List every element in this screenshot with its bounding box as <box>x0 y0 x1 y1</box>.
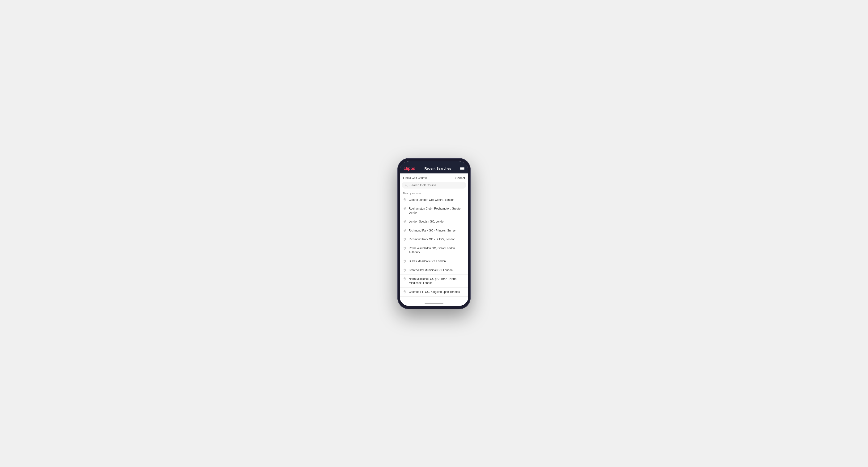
search-icon <box>404 183 408 187</box>
svg-point-8 <box>404 260 405 261</box>
svg-point-10 <box>404 278 405 279</box>
course-list-item[interactable]: Coombe Hill GC, Kingston upon Thames <box>400 288 468 297</box>
location-pin-icon <box>403 277 406 281</box>
course-list-item[interactable]: London Scottish GC, London <box>400 217 468 226</box>
svg-point-9 <box>404 269 405 270</box>
location-pin-icon <box>403 247 406 250</box>
course-list-item[interactable]: Richmond Park GC - Prince's, Surrey <box>400 226 468 235</box>
svg-point-11 <box>404 291 405 292</box>
course-list-item[interactable]: North Middlesex GC (1011942 - North Midd… <box>400 275 468 288</box>
nav-bar: clippd Recent Searches <box>400 164 468 174</box>
course-name: Coombe Hill GC, Kingston upon Thames <box>409 290 460 294</box>
course-name: Royal Wimbledon GC, Great London Authori… <box>409 246 465 254</box>
search-container <box>400 182 468 190</box>
nearby-section-label: Nearby courses <box>400 190 468 196</box>
location-pin-icon <box>403 220 406 223</box>
find-label: Find a Golf Course <box>403 176 427 180</box>
location-pin-icon <box>403 198 406 201</box>
course-name: Brent Valley Municipal GC, London <box>409 268 453 272</box>
location-pin-icon <box>403 229 406 232</box>
find-header: Find a Golf Course Cancel <box>400 174 468 182</box>
content-area: Find a Golf Course Cancel Nearby courses <box>400 174 468 301</box>
menu-icon[interactable] <box>460 167 464 170</box>
search-box <box>402 182 466 189</box>
search-input[interactable] <box>409 183 464 187</box>
home-bar <box>425 303 443 304</box>
location-pin-icon <box>403 259 406 263</box>
svg-point-5 <box>404 229 405 230</box>
svg-point-0 <box>405 184 407 186</box>
home-indicator <box>400 301 468 306</box>
phone-wrapper: clippd Recent Searches Find a Golf Cours… <box>397 158 471 309</box>
course-name: Richmond Park GC - Duke's, London <box>409 238 455 241</box>
app-logo: clippd <box>404 166 415 171</box>
course-list-item[interactable]: Royal Wimbledon GC, Great London Authori… <box>400 244 468 257</box>
phone-screen: clippd Recent Searches Find a Golf Cours… <box>400 161 468 306</box>
svg-line-1 <box>407 186 408 186</box>
status-bar <box>400 161 468 164</box>
course-name: London Scottish GC, London <box>409 220 445 224</box>
course-list: Central London Golf Centre, London Roeha… <box>400 196 468 301</box>
course-list-item[interactable]: Richmond Park GC - Duke's, London <box>400 235 468 244</box>
course-list-item[interactable]: Brent Valley Municipal GC, London <box>400 266 468 275</box>
course-name: Richmond Park GC - Prince's, Surrey <box>409 229 456 233</box>
cancel-button[interactable]: Cancel <box>456 176 465 180</box>
svg-point-7 <box>404 248 405 248</box>
svg-point-4 <box>404 221 405 222</box>
course-list-item[interactable]: Central London Golf Centre, London <box>400 196 468 205</box>
svg-point-2 <box>404 199 405 199</box>
nav-title: Recent Searches <box>425 166 451 170</box>
svg-point-3 <box>404 208 405 209</box>
course-name: Roehampton Club - Roehampton, Greater Lo… <box>409 207 465 215</box>
course-name: Dukes Meadows GC, London <box>409 259 446 263</box>
location-pin-icon <box>403 207 406 210</box>
location-pin-icon <box>403 290 406 293</box>
course-list-item[interactable]: Roehampton Club - Roehampton, Greater Lo… <box>400 205 468 217</box>
course-name: North Middlesex GC (1011942 - North Midd… <box>409 277 465 285</box>
location-pin-icon <box>403 269 406 272</box>
course-name: Central London Golf Centre, London <box>409 198 454 202</box>
course-list-item[interactable]: Dukes Meadows GC, London <box>400 257 468 266</box>
location-pin-icon <box>403 238 406 241</box>
svg-point-6 <box>404 239 405 239</box>
